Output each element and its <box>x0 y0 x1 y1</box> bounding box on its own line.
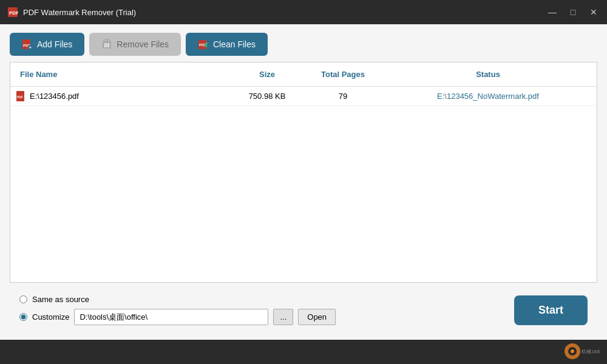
table-body: PDF E:\123456.pdf 750.98 KB 79 E:\123456… <box>10 87 597 282</box>
remove-files-label: Remove Files <box>117 39 169 49</box>
close-button[interactable]: ✕ <box>588 7 600 17</box>
clean-files-label: Clean Files <box>213 39 256 49</box>
watermark-text: 机械188网 <box>563 342 600 362</box>
svg-text:PDF: PDF <box>9 10 18 16</box>
add-files-icon: PDF + <box>22 39 33 50</box>
customize-radio[interactable] <box>19 313 27 321</box>
maximize-button[interactable]: □ <box>567 7 579 17</box>
cell-size: 750.98 KB <box>228 88 307 104</box>
svg-text:PDF: PDF <box>17 95 23 99</box>
col-filename: File Name <box>10 67 228 81</box>
clean-files-icon: PDF <box>198 39 209 50</box>
table-header: File Name Size Total Pages Status <box>10 62 597 87</box>
start-button[interactable]: Start <box>514 295 588 325</box>
customize-row: Customize ... Open <box>19 309 502 325</box>
minimize-button[interactable]: — <box>546 7 558 17</box>
watermark-logo: 机械188网 <box>563 342 600 360</box>
window-controls: — □ ✕ <box>546 7 600 17</box>
cell-filename: PDF E:\123456.pdf <box>10 87 228 106</box>
svg-point-13 <box>205 42 208 45</box>
clean-files-button[interactable]: PDF Clean Files <box>186 33 268 56</box>
remove-files-icon <box>101 39 112 50</box>
table-row: PDF E:\123456.pdf 750.98 KB 79 E:\123456… <box>10 87 597 106</box>
output-options: Same as source Customize ... Open <box>19 295 502 325</box>
same-as-source-radio[interactable] <box>19 295 27 303</box>
toolbar: PDF + Add Files Remove Files PDF <box>10 33 597 56</box>
same-as-source-row: Same as source <box>19 295 502 304</box>
add-files-button[interactable]: PDF + Add Files <box>10 33 84 56</box>
same-as-source-label[interactable]: Same as source <box>32 295 89 304</box>
col-status: Status <box>379 67 597 81</box>
output-path-input[interactable] <box>74 309 268 325</box>
open-button[interactable]: Open <box>298 309 336 325</box>
remove-files-button[interactable]: Remove Files <box>89 33 181 56</box>
cell-status[interactable]: E:\123456_NoWatermark.pdf <box>379 88 597 104</box>
app-title: PDF Watermark Remover (Trial) <box>23 8 546 17</box>
cell-pages: 79 <box>307 88 379 104</box>
col-total-pages: Total Pages <box>307 67 379 81</box>
main-content: PDF + Add Files Remove Files PDF <box>0 24 607 340</box>
add-files-label: Add Files <box>37 39 72 49</box>
col-size: Size <box>228 67 307 81</box>
pdf-file-icon: PDF <box>16 91 26 102</box>
svg-point-18 <box>571 349 574 353</box>
customize-radio-row: Customize <box>19 312 69 322</box>
app-icon: PDF <box>7 7 18 18</box>
filename-text: E:\123456.pdf <box>30 92 79 101</box>
file-table-container: File Name Size Total Pages Status PDF E:… <box>10 62 597 283</box>
browse-button[interactable]: ... <box>273 309 293 325</box>
titlebar: PDF PDF Watermark Remover (Trial) — □ ✕ <box>0 0 607 24</box>
watermark-bar: 机械188网 <box>0 340 607 364</box>
svg-text:机械188网: 机械188网 <box>582 349 600 354</box>
bottom-area: Same as source Customize ... Open Start <box>10 289 597 331</box>
svg-text:+: + <box>29 45 32 50</box>
customize-label[interactable]: Customize <box>32 312 69 322</box>
